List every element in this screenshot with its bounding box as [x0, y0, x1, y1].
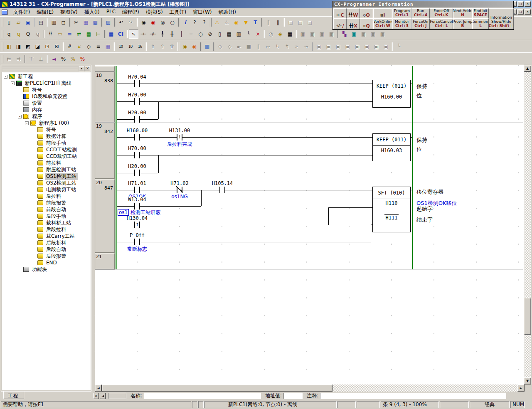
program-transfer-1-button[interactable]: □ [286, 18, 296, 27]
tree-item-内存[interactable]: 内存 [2, 106, 90, 113]
transfer-check-button[interactable]: ▼ [241, 18, 251, 27]
sim-window-8-button[interactable]: ▣ [381, 42, 391, 51]
tree-item-裁料桥工站[interactable]: 裁料桥工站 [2, 219, 90, 226]
scroll-left-button[interactable]: ◄ [95, 384, 102, 392]
tree-item-设置[interactable]: 设置 [2, 100, 90, 106]
edit-properties-button[interactable]: ⊠ [52, 42, 62, 51]
monitor-percent-off-button[interactable]: % [78, 54, 87, 64]
open-project-button[interactable]: ▱ [14, 18, 23, 27]
tree-item-电测裁切工站[interactable]: 电测裁切工站 [2, 186, 90, 193]
find-bit-address-button[interactable]: ○ [167, 18, 177, 27]
instruction-comment[interactable]: 保持 [416, 83, 427, 90]
menu-plc[interactable]: PLC [103, 8, 119, 17]
rung-margin[interactable] [95, 66, 115, 71]
redo-button[interactable]: ↷ [126, 18, 135, 27]
view-symbols-button[interactable]: CI [116, 30, 126, 39]
force-cancel-all-button[interactable]: ⇈ [167, 42, 177, 51]
address-reference-tool-button[interactable]: ≡ [94, 42, 103, 51]
print-button[interactable]: ▥ [49, 18, 59, 27]
step-run-button[interactable]: ↦ [263, 42, 273, 51]
new-coil-button[interactable]: ○ [196, 30, 205, 39]
instruction-comment[interactable]: 移位寄存器 [416, 188, 443, 196]
project-tab[interactable]: 工程 [3, 392, 24, 399]
tree-item-后段折料[interactable]: 后段折料 [2, 239, 90, 246]
contact-H20.00[interactable]: H20.00 [134, 116, 140, 123]
view-ladder-window-button[interactable]: ◧ [4, 42, 14, 51]
instruction-comment[interactable]: 位 [416, 145, 422, 153]
show-section-tree-button[interactable]: ⊢ [94, 30, 103, 39]
comment-input[interactable] [320, 393, 506, 399]
step-out-button[interactable]: ↰ [282, 42, 292, 51]
toolbar-grip[interactable] [2, 30, 3, 38]
tree-item-前段报警[interactable]: 前段报警 [2, 200, 90, 206]
view-mnemonic-window-button[interactable]: ◨ [14, 42, 23, 51]
tree-item-符号[interactable]: 符号 [2, 86, 90, 93]
change-all-button[interactable]: ◎ [158, 18, 167, 27]
rung-annotation[interactable]: os1检测工站屏蔽 [118, 209, 160, 216]
instruction-block-KEEP011[interactable]: KEEP (011)H160.03 [372, 133, 411, 161]
pause-button[interactable]: ∥ [273, 18, 283, 27]
sim-window-2-button[interactable]: ▣ [324, 42, 333, 51]
new-contact-button[interactable]: ⊣⊢ [138, 30, 148, 39]
instruction-block-KEEP011[interactable]: KEEP (011)H160.00 [372, 80, 411, 108]
new-file-button[interactable]: ▯ [4, 18, 14, 27]
tree-item-前拉料[interactable]: 前拉料 [2, 160, 90, 166]
scroll-up-button[interactable]: ▲ [524, 65, 531, 72]
tree-item-CCD裁切工站[interactable]: CCD裁切工站 [2, 153, 90, 160]
force-set-button[interactable]: ⇑ [148, 42, 158, 51]
panel-drag-grip[interactable] [2, 67, 78, 70]
sim-window-4-button[interactable]: ▣ [343, 42, 352, 51]
monitor-window-a-button[interactable]: ▣ [298, 30, 308, 39]
tree-item-程序[interactable]: -程序 [2, 113, 90, 120]
toolbar-grip[interactable] [2, 18, 3, 27]
go-to-previous-reference-button[interactable]: ◄ [49, 54, 59, 64]
child-close-button[interactable]: × [525, 9, 531, 15]
tree-item-新程序1-(00)[interactable]: -新程序1 (00) [2, 120, 90, 126]
contact-W13.04[interactable]: W13.04 [134, 203, 140, 209]
scan-run-button[interactable]: ↠ [301, 42, 311, 51]
new-function-block-button[interactable]: ▥ [234, 30, 244, 39]
name-input[interactable] [144, 393, 261, 399]
align-top-button[interactable]: ⊤ [27, 54, 36, 64]
dm-editor-button[interactable]: ▦ [103, 42, 113, 51]
continuous-step-run-button[interactable]: » [292, 42, 301, 51]
indent-rung-right-button[interactable]: ⇉ [14, 54, 23, 64]
show-grid-button[interactable]: ⠿ [46, 30, 55, 39]
contact-H71.02[interactable]: H71.02os1NG [177, 187, 182, 193]
tree-item-END[interactable]: END [2, 259, 90, 266]
compile-program-button[interactable]: ⚠ [212, 18, 222, 27]
monitor-percent-1-button[interactable]: % [59, 54, 68, 64]
tree-item-OS2检测工站[interactable]: OS2检测工站 [2, 180, 90, 186]
show-section-list-button[interactable]: ▤ [84, 30, 94, 39]
pause-monitoring-button[interactable]: ∥ [264, 18, 273, 27]
replace-button[interactable]: ◉ [148, 18, 158, 27]
contact-H71.01[interactable]: H71.01OS1OK [134, 187, 140, 193]
toolbar-grip[interactable] [2, 55, 3, 63]
tree-item-前段手动[interactable]: 前段手动 [2, 140, 90, 146]
work-online-simulator-button[interactable]: ◉ [180, 42, 190, 51]
tree-item-IO表和单元设置[interactable]: IO表和单元设置 [2, 93, 90, 100]
tree-item-耐压检测工站[interactable]: 耐压检测工站 [2, 166, 90, 173]
menu-h[interactable]: 帮助(H) [215, 8, 239, 17]
instruction-block-SFT010[interactable]: SFT (010)H110H111 [372, 187, 411, 232]
tree-item-后段拉料[interactable]: 后段拉料 [2, 226, 90, 233]
address-input[interactable] [283, 393, 303, 399]
information-window-title[interactable]: CX-Programmer Information [332, 1, 513, 7]
contact-P_Off[interactable]: P_Off常断标志 [134, 239, 140, 245]
menu-t[interactable]: 工具(T) [166, 8, 190, 17]
tree-item-裁Carry工站[interactable]: 裁Carry工站 [2, 233, 90, 239]
rung-margin[interactable]: 20847 [95, 179, 115, 253]
signed-decimal-display-button[interactable]: 10 [126, 42, 135, 51]
previous-operand-icon[interactable]: ◄ [100, 393, 106, 399]
menu-e[interactable]: 编辑(E) [33, 8, 57, 17]
monitor-window-c-button[interactable]: ▣ [317, 30, 327, 39]
pause-simulation-button[interactable]: ∥ [254, 42, 263, 51]
copy-button[interactable]: ▦ [81, 18, 91, 27]
new-or-contact-button[interactable]: ╀ [158, 30, 167, 39]
close-icon[interactable]: × [85, 66, 90, 71]
find-compile-error-button[interactable]: ◉ [232, 18, 241, 27]
output-window-button[interactable]: ¤ [74, 42, 84, 51]
tree-item-后段报警[interactable]: 后段报警 [2, 253, 90, 259]
menu-p[interactable]: 编程(P) [119, 8, 143, 17]
vertical-scroll-thumb[interactable] [524, 298, 531, 335]
